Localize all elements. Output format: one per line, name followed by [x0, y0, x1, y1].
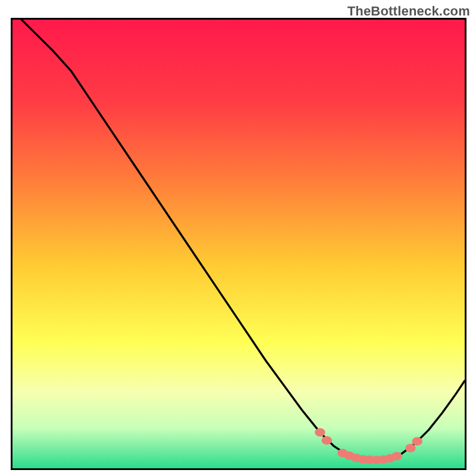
curve-marker	[405, 444, 415, 452]
plot-area	[11, 18, 466, 470]
chart-frame: TheBottleneck.com	[0, 0, 476, 476]
chart-svg	[12, 20, 465, 468]
curve-marker	[321, 436, 331, 444]
gradient-background	[12, 20, 465, 468]
curve-marker	[315, 428, 325, 437]
watermark-label: TheBottleneck.com	[347, 4, 470, 19]
curve-marker	[412, 437, 422, 446]
curve-marker	[392, 452, 402, 460]
